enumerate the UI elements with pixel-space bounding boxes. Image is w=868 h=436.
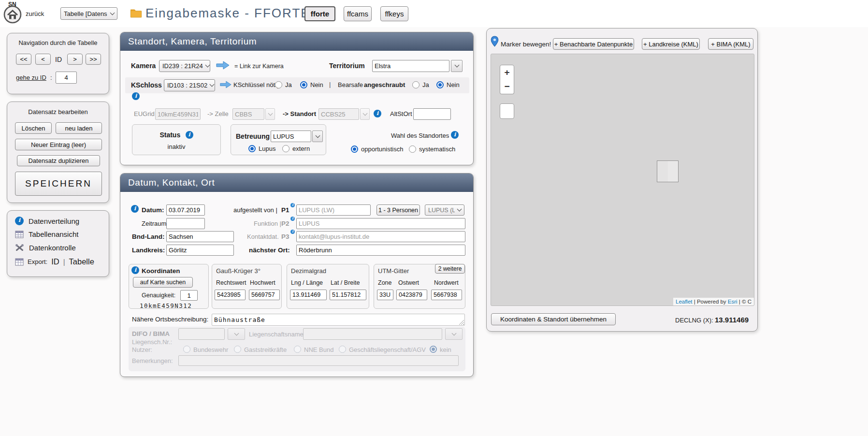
goto-id-link[interactable]: gehe zu ID (16, 74, 46, 81)
p1-info-icon[interactable] (290, 203, 295, 207)
wahl-systematisch-radio[interactable] (409, 145, 416, 153)
ortsbeschreibung-input[interactable] (212, 314, 465, 326)
camera-link-note: = Link zur Kamera (234, 63, 284, 70)
attribution-tail: | © C (738, 299, 752, 305)
goto-id-input[interactable] (56, 72, 77, 84)
link-tabellenansicht[interactable]: Tabellenansicht (15, 230, 78, 238)
zoom-in-button[interactable]: + (500, 65, 514, 80)
add-datapoints-button[interactable]: + Benachbarte Datenpunkte (553, 38, 634, 50)
p3-label: P3 (281, 233, 289, 240)
marker-label: Marker bewegen! (501, 41, 551, 48)
app-button-ffcams[interactable]: ffcams (344, 6, 372, 21)
more-coords-button[interactable]: 2 weitere (435, 264, 465, 274)
map-control-button[interactable] (500, 103, 514, 119)
add-bima-button[interactable]: + BIMA (KML) (708, 38, 753, 50)
camera-link-arrow-icon[interactable] (216, 60, 230, 72)
status-info-icon[interactable] (186, 131, 193, 139)
link-datenkontrolle[interactable]: Datenkontrolle (15, 244, 76, 252)
kschloss-select[interactable]: ID103 : 21S02 (164, 79, 215, 91)
back-link[interactable]: zurück (26, 10, 44, 17)
tools-icon (15, 244, 24, 252)
zelle-combo-button (265, 108, 275, 120)
nav-first-button[interactable]: << (16, 54, 31, 65)
datum-input[interactable] (166, 204, 205, 216)
wahl-info-icon[interactable] (451, 131, 459, 139)
naechster-ort-input[interactable] (296, 245, 465, 256)
kschluessel-nein-radio[interactable] (300, 81, 307, 88)
genauigkeit-input[interactable] (180, 290, 198, 301)
eugrid-label: EUGrid (134, 110, 155, 117)
karte-suchen-button[interactable]: auf Karte suchen (133, 277, 193, 288)
add-landkreise-button[interactable]: + Landkreise (KML) (642, 38, 700, 50)
lat-input[interactable] (330, 290, 366, 300)
zeitraum-input[interactable] (166, 218, 205, 229)
esri-link[interactable]: Esri (728, 299, 738, 305)
standort-info-icon[interactable] (374, 110, 381, 117)
new-entry-button[interactable]: Neuer Eintrag (leer) (15, 139, 102, 150)
koordinaten-info-icon[interactable] (131, 266, 139, 274)
personen-button[interactable]: 1 - 3 Personen (376, 204, 420, 216)
delete-button[interactable]: Löschen (15, 122, 52, 134)
map-canvas[interactable]: + − Leaflet | Powered by Esri | © C (491, 54, 754, 306)
bnd-land-input[interactable] (166, 231, 234, 242)
lng-input[interactable] (290, 290, 327, 300)
naechster-ort-label: nächster Ort: (249, 247, 290, 254)
zoom-out-button[interactable]: − (500, 79, 514, 94)
betreuung-combo-button[interactable] (312, 131, 323, 142)
reload-button[interactable]: neu laden (56, 122, 102, 134)
save-button[interactable]: SPEICHERN (15, 172, 102, 196)
kamera-select[interactable]: ID239 : 21R24 (159, 60, 210, 72)
bearsafe-nein-radio[interactable] (436, 81, 444, 88)
navigation-card: Navigation durch die Tabelle << < ID > >… (7, 33, 109, 94)
kschluessel-ja-radio[interactable] (275, 81, 282, 88)
topbar: SN zurück Tabelle [Datens Eingabemaske -… (0, 0, 868, 27)
kschloss-info-icon[interactable] (132, 92, 140, 100)
status-box: Status inaktiv (132, 124, 221, 155)
home-icon[interactable] (3, 5, 22, 26)
nav-prev-button[interactable]: < (35, 54, 51, 65)
landkreis-input[interactable] (166, 245, 234, 256)
nav-last-button[interactable]: >> (86, 54, 101, 65)
datum-info-icon[interactable] (131, 205, 139, 213)
betreuung-extern-radio[interactable] (282, 145, 289, 152)
zone-input[interactable] (377, 290, 393, 300)
territorium-combo-button[interactable] (451, 60, 463, 72)
link-label: Tabellenansicht (29, 230, 78, 238)
hochwert-input[interactable] (249, 290, 280, 300)
standort-panel-title: Standort, Kamera, Territorium (128, 36, 257, 47)
p1-input[interactable] (296, 204, 371, 216)
bearsafe-ja-radio[interactable] (412, 81, 420, 88)
link-datenverteilung[interactable]: Datenverteilung (15, 217, 79, 225)
p2-info-icon[interactable] (290, 217, 295, 221)
ostwert-input[interactable] (396, 290, 427, 300)
app-button-ffkeys[interactable]: ffkeys (380, 6, 408, 21)
nutzer-kein-label: kein (440, 346, 451, 353)
betreuung-lupus-radio[interactable] (248, 145, 256, 152)
betreuung-input[interactable] (271, 131, 311, 142)
nav-next-button[interactable]: > (67, 54, 83, 65)
apply-coordinates-button[interactable]: Koordinaten & Standort übernehmen (491, 313, 616, 325)
bearsafe-ja-label: Ja (422, 81, 429, 88)
p3-input[interactable] (296, 231, 465, 242)
p1-label: P1 (281, 206, 289, 214)
export-table-link[interactable]: Tabelle (69, 257, 94, 266)
table-select[interactable]: Tabelle [Datens (60, 7, 117, 20)
altstort-input[interactable] (413, 108, 451, 120)
chevron-down-icon (210, 82, 215, 87)
territorium-input[interactable] (372, 60, 449, 72)
p1-select[interactable]: LUPUS (LW (425, 204, 464, 216)
leaflet-link[interactable]: Leaflet (676, 299, 693, 305)
nordwert-input[interactable] (431, 290, 462, 300)
kschluessel-label: KSchlüssel nötig (233, 81, 280, 88)
duplicate-button[interactable]: Datensatz duplizieren (17, 155, 100, 166)
wahl-opportunistisch-radio[interactable] (351, 145, 358, 153)
p2-input[interactable] (296, 218, 465, 229)
map-feature-rectangle (657, 160, 668, 182)
kschloss-link-arrow-icon[interactable] (220, 80, 231, 91)
export-id-link[interactable]: ID (51, 257, 59, 266)
export-prefix: Export: (28, 258, 47, 265)
app-button-fforte[interactable]: fforte (304, 6, 335, 21)
wahl-systematisch-label: systematisch (419, 145, 455, 153)
rechtswert-input[interactable] (215, 290, 246, 300)
p3-info-icon[interactable] (290, 230, 295, 234)
